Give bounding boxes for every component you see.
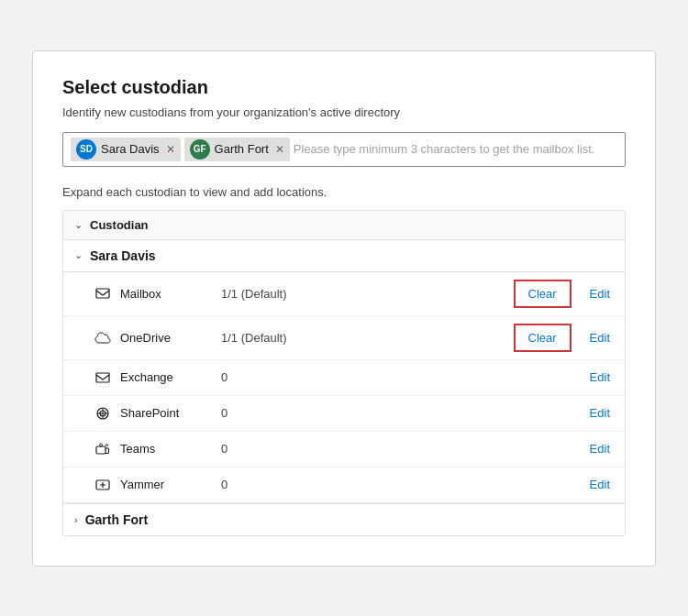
sharepoint-label: SharePoint bbox=[120, 406, 221, 420]
svg-rect-1 bbox=[96, 373, 109, 382]
onedrive-label: OneDrive bbox=[120, 331, 221, 345]
onedrive-actions: Clear bbox=[514, 324, 571, 352]
remove-garth-fort-button[interactable]: ✕ bbox=[275, 143, 284, 156]
onedrive-icon bbox=[93, 327, 113, 347]
svg-rect-0 bbox=[96, 289, 109, 298]
teams-label: Teams bbox=[120, 442, 221, 456]
svg-point-8 bbox=[106, 444, 108, 446]
mailbox-edit-button[interactable]: Edit bbox=[586, 285, 614, 302]
exchange-edit-button[interactable]: Edit bbox=[586, 368, 614, 386]
select-custodian-panel: Select custodian Identify new custodians… bbox=[32, 50, 656, 566]
mailbox-value: 1/1 (Default) bbox=[221, 287, 514, 301]
mailbox-row: Mailbox 1/1 (Default) Clear Edit bbox=[63, 272, 625, 316]
yammer-edit-button[interactable]: Edit bbox=[586, 476, 614, 493]
yammer-value: 0 bbox=[221, 478, 516, 491]
onedrive-edit-button[interactable]: Edit bbox=[586, 329, 614, 346]
sara-davis-chevron-icon[interactable]: ⌄ bbox=[74, 249, 83, 261]
garth-fort-section-header[interactable]: › Garth Fort bbox=[63, 503, 625, 535]
yammer-row: Yammer 0 Edit bbox=[63, 468, 625, 503]
sara-davis-section-header[interactable]: ⌄ Sara Davis bbox=[63, 240, 625, 272]
panel-title: Select custodian bbox=[62, 77, 626, 98]
teams-edit-button[interactable]: Edit bbox=[586, 440, 614, 457]
mailbox-actions: Clear bbox=[514, 280, 571, 308]
garth-fort-chevron-icon[interactable]: › bbox=[74, 514, 78, 525]
tag-label-sara-davis: Sara Davis bbox=[101, 142, 160, 156]
tag-label-garth-fort: Garth Fort bbox=[215, 142, 269, 156]
search-placeholder-text: Please type minimum 3 characters to get … bbox=[294, 142, 617, 156]
remove-sara-davis-button[interactable]: ✕ bbox=[166, 143, 175, 156]
avatar-sara-davis: SD bbox=[76, 139, 96, 160]
custodian-table: ⌄ Custodian ⌄ Sara Davis Mailbox 1/1 (De… bbox=[62, 210, 626, 536]
sharepoint-icon bbox=[93, 403, 113, 424]
teams-row: Teams 0 Edit bbox=[63, 432, 625, 468]
tag-sara-davis: SD Sara Davis ✕ bbox=[71, 138, 181, 161]
teams-icon bbox=[93, 439, 113, 459]
header-chevron-icon[interactable]: ⌄ bbox=[74, 219, 83, 231]
onedrive-value: 1/1 (Default) bbox=[221, 331, 514, 345]
mailbox-clear-button[interactable]: Clear bbox=[525, 285, 560, 302]
svg-rect-6 bbox=[96, 446, 105, 454]
exchange-value: 0 bbox=[221, 370, 516, 384]
sara-davis-label: Sara Davis bbox=[90, 248, 156, 263]
yammer-icon bbox=[93, 475, 113, 495]
onedrive-row: OneDrive 1/1 (Default) Clear Edit bbox=[63, 316, 625, 360]
sharepoint-edit-button[interactable]: Edit bbox=[586, 404, 614, 422]
table-header-label: Custodian bbox=[90, 218, 149, 232]
yammer-label: Yammer bbox=[120, 478, 221, 491]
expand-note: Expand each custodian to view and add lo… bbox=[62, 185, 626, 199]
table-header-row: ⌄ Custodian bbox=[63, 211, 625, 240]
avatar-garth-fort: GF bbox=[190, 139, 210, 160]
exchange-label: Exchange bbox=[120, 370, 221, 384]
custodian-search-box[interactable]: SD Sara Davis ✕ GF Garth Fort ✕ Please t… bbox=[62, 132, 626, 167]
exchange-icon bbox=[93, 368, 113, 388]
sharepoint-row: SharePoint 0 Edit bbox=[63, 396, 625, 432]
sharepoint-value: 0 bbox=[221, 406, 516, 420]
exchange-row: Exchange 0 Edit bbox=[63, 360, 625, 396]
teams-value: 0 bbox=[221, 442, 516, 456]
onedrive-clear-button[interactable]: Clear bbox=[525, 329, 560, 346]
garth-fort-label: Garth Fort bbox=[85, 512, 148, 527]
tag-garth-fort: GF Garth Fort ✕ bbox=[184, 138, 290, 161]
mailbox-label: Mailbox bbox=[120, 287, 221, 301]
svg-point-7 bbox=[100, 444, 103, 446]
panel-subtitle: Identify new custodians from your organi… bbox=[62, 105, 626, 119]
mailbox-icon bbox=[93, 283, 113, 303]
